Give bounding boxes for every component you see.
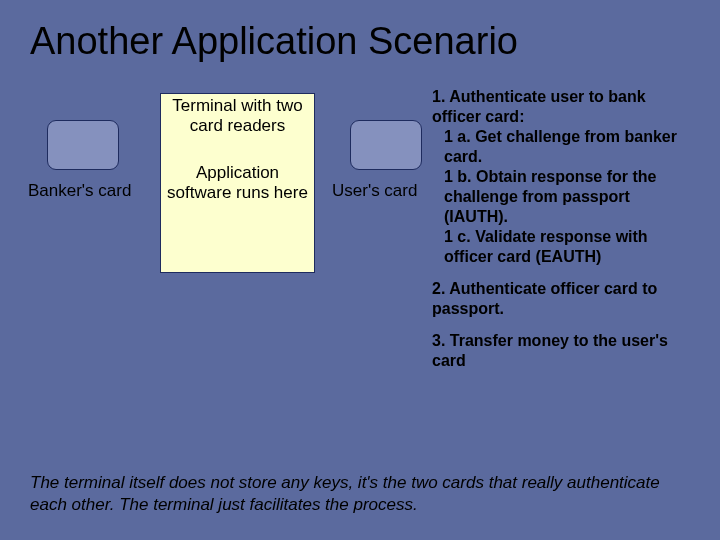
banker-card-shape xyxy=(47,120,119,170)
step-1-text: 1. Authenticate user to bank officer car… xyxy=(432,88,646,125)
terminal-description-top: Terminal with two card readers xyxy=(165,96,310,137)
step-1c-text: 1 c. Validate response with officer card… xyxy=(432,227,692,267)
diagram-area: Terminal with two card readers Applicati… xyxy=(0,73,720,373)
user-card-shape xyxy=(350,120,422,170)
step-2: 2. Authenticate officer card to passport… xyxy=(432,279,692,319)
footer-note: The terminal itself does not store any k… xyxy=(30,472,690,516)
slide-title: Another Application Scenario xyxy=(0,0,720,73)
step-1a-text: 1 a. Get challenge from banker card. xyxy=(432,127,692,167)
user-card-label: User's card xyxy=(332,181,417,201)
step-3: 3. Transfer money to the user's card xyxy=(432,331,692,371)
protocol-steps: 1. Authenticate user to bank officer car… xyxy=(432,87,692,383)
banker-card-label: Banker's card xyxy=(28,181,131,201)
terminal-description-bottom: Application software runs here xyxy=(165,163,310,204)
step-1: 1. Authenticate user to bank officer car… xyxy=(432,87,692,267)
step-1b-text: 1 b. Obtain response for the challenge f… xyxy=(432,167,692,227)
terminal-box: Terminal with two card readers Applicati… xyxy=(160,93,315,273)
